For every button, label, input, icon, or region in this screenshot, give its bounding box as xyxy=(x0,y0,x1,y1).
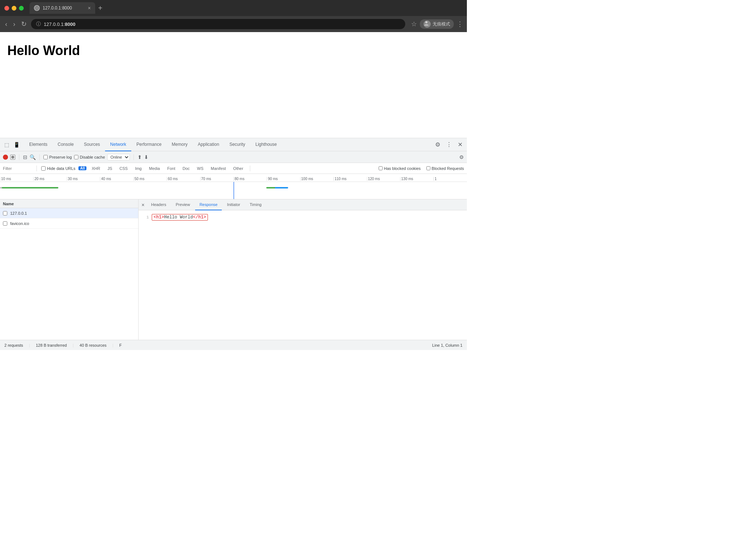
maximize-button[interactable] xyxy=(19,6,24,11)
filter-other[interactable]: Other xyxy=(231,166,245,171)
title-bar: 127.0.0.1:8000 × + xyxy=(0,0,467,16)
filter-xhr[interactable]: XHR xyxy=(89,166,102,171)
filter-divider xyxy=(36,166,37,171)
mark-110ms: 110 ms xyxy=(333,177,367,181)
settings-icon[interactable]: ⚙ xyxy=(434,140,442,149)
response-code: <h1>Hello World</h1> xyxy=(152,214,208,221)
close-button[interactable] xyxy=(4,6,9,11)
tab-application[interactable]: Application xyxy=(193,138,224,151)
detail-tab-preview[interactable]: Preview xyxy=(171,199,194,210)
blocked-requests-label[interactable]: Blocked Requests xyxy=(426,166,464,171)
tab-network[interactable]: Network xyxy=(105,138,131,151)
filter-ws[interactable]: WS xyxy=(195,166,206,171)
filter-img[interactable]: Img xyxy=(133,166,144,171)
response-html-code: <h1>Hello World</h1> xyxy=(152,214,208,221)
tab-sources[interactable]: Sources xyxy=(79,138,105,151)
page-heading: Hello World xyxy=(7,43,460,58)
has-blocked-cookies-checkbox[interactable] xyxy=(379,166,383,170)
status-bar: 2 requests | 128 B transferred | 40 B re… xyxy=(0,340,467,350)
request-name-favicon: favicon.ico xyxy=(10,221,135,226)
back-button[interactable]: ‹ xyxy=(4,19,9,30)
hide-data-urls-checkbox[interactable] xyxy=(41,166,46,171)
active-tab[interactable]: 127.0.0.1:8000 × xyxy=(30,2,95,14)
detail-tab-timing[interactable]: Timing xyxy=(245,199,266,210)
tab-console[interactable]: Console xyxy=(53,138,79,151)
divider3 xyxy=(133,154,134,160)
network-settings-icon[interactable]: ⚙ xyxy=(459,154,464,160)
throttle-select[interactable]: Online xyxy=(107,154,130,160)
tab-favicon xyxy=(34,5,40,11)
filter-js[interactable]: JS xyxy=(105,166,115,171)
request-name-main: 127.0.0.1 xyxy=(10,211,135,215)
request-item-favicon[interactable]: favicon.ico xyxy=(0,218,138,229)
export-icon[interactable]: ⬇ xyxy=(144,154,148,160)
request-item-main[interactable]: 127.0.0.1 xyxy=(0,208,138,218)
import-icon[interactable]: ⬆ xyxy=(138,154,142,160)
device-toolbar-icon[interactable]: 📱 xyxy=(12,140,21,149)
timeline-bar-download xyxy=(2,187,58,188)
traffic-lights xyxy=(4,6,24,11)
has-blocked-cookies-label[interactable]: Has blocked cookies xyxy=(379,166,421,171)
status-flag: F xyxy=(119,343,122,347)
mark-20ms: 20 ms xyxy=(33,177,66,181)
tab-memory[interactable]: Memory xyxy=(167,138,193,151)
minimize-button[interactable] xyxy=(12,6,16,11)
detail-tab-headers[interactable]: Headers xyxy=(147,199,171,210)
search-icon[interactable]: 🔍 xyxy=(30,154,36,160)
filter-input[interactable] xyxy=(3,166,32,171)
detail-close-button[interactable]: × xyxy=(142,202,144,208)
status-resources: 40 B resources xyxy=(80,343,107,347)
tab-bar: 127.0.0.1:8000 × + xyxy=(30,2,462,14)
timeline: 10 ms 20 ms 30 ms 40 ms 50 ms 60 ms 70 m… xyxy=(0,174,467,199)
disable-cache-label[interactable]: Disable cache xyxy=(74,155,105,159)
incognito-label: 无痕模式 xyxy=(433,21,450,27)
tab-close-button[interactable]: × xyxy=(88,5,91,11)
tab-lighthouse[interactable]: Lighthouse xyxy=(250,138,282,151)
response-content: 1 <h1>Hello World</h1> xyxy=(139,210,467,340)
timeline-cursor xyxy=(233,182,234,199)
new-tab-button[interactable]: + xyxy=(98,4,102,12)
detail-tabs: × Headers Preview Response Initiator Tim… xyxy=(139,199,467,210)
filter-bar: Hide data URLs All XHR JS CSS Img Media … xyxy=(0,163,467,174)
disable-cache-checkbox[interactable] xyxy=(74,155,78,159)
nav-right: ☆ 无痕模式 ⋮ xyxy=(411,19,463,29)
address-bar[interactable]: ⓘ 127.0.0.1:8000 xyxy=(31,19,405,29)
reload-button[interactable]: ↻ xyxy=(20,19,28,30)
request-list-header: Name xyxy=(0,199,138,208)
detail-tab-initiator[interactable]: Initiator xyxy=(222,199,244,210)
divider xyxy=(19,154,19,160)
status-position: Line 1, Column 1 xyxy=(432,343,462,347)
preserve-log-label[interactable]: Preserve log xyxy=(43,155,72,159)
devtools-toolbar: ⬚ 📱 Elements Console Sources Network Per… xyxy=(0,138,467,151)
tab-elements[interactable]: Elements xyxy=(24,138,53,151)
tab-performance[interactable]: Performance xyxy=(131,138,167,151)
timeline-track xyxy=(0,182,467,199)
filter-manifest[interactable]: Manifest xyxy=(209,166,228,171)
browser-chrome: 127.0.0.1:8000 × + ‹ › ↻ ⓘ 127.0.0.1:800… xyxy=(0,0,467,32)
blocked-requests-checkbox[interactable] xyxy=(426,166,430,170)
filter-doc[interactable]: Doc xyxy=(180,166,192,171)
stop-recording-button[interactable] xyxy=(10,155,15,160)
network-toolbar: ⊟ 🔍 Preserve log Disable cache Online ⬆ … xyxy=(0,151,467,163)
forward-button[interactable]: › xyxy=(12,19,17,30)
bookmark-icon[interactable]: ☆ xyxy=(411,20,417,28)
request-checkbox-favicon[interactable] xyxy=(3,221,7,226)
preserve-log-checkbox[interactable] xyxy=(43,155,48,159)
mark-90ms: 90 ms xyxy=(267,177,300,181)
all-filter-badge[interactable]: All xyxy=(78,166,87,170)
filter-media[interactable]: Media xyxy=(147,166,162,171)
menu-icon[interactable]: ⋮ xyxy=(457,20,463,28)
hide-data-urls-label[interactable]: Hide data URLs xyxy=(41,166,76,171)
element-selector-icon[interactable]: ⬚ xyxy=(3,140,11,149)
request-pane: Name 127.0.0.1 favicon.ico × Headers Pre… xyxy=(0,199,467,340)
record-button[interactable] xyxy=(3,155,8,160)
incognito-icon xyxy=(423,20,431,28)
filter-css[interactable]: CSS xyxy=(117,166,130,171)
request-checkbox-main[interactable] xyxy=(3,211,7,215)
filter-icon[interactable]: ⊟ xyxy=(23,154,27,160)
more-options-icon[interactable]: ⋮ xyxy=(445,140,453,149)
filter-font[interactable]: Font xyxy=(165,166,177,171)
detail-tab-response[interactable]: Response xyxy=(195,199,222,210)
close-devtools-button[interactable]: ✕ xyxy=(456,140,464,149)
tab-security[interactable]: Security xyxy=(224,138,250,151)
